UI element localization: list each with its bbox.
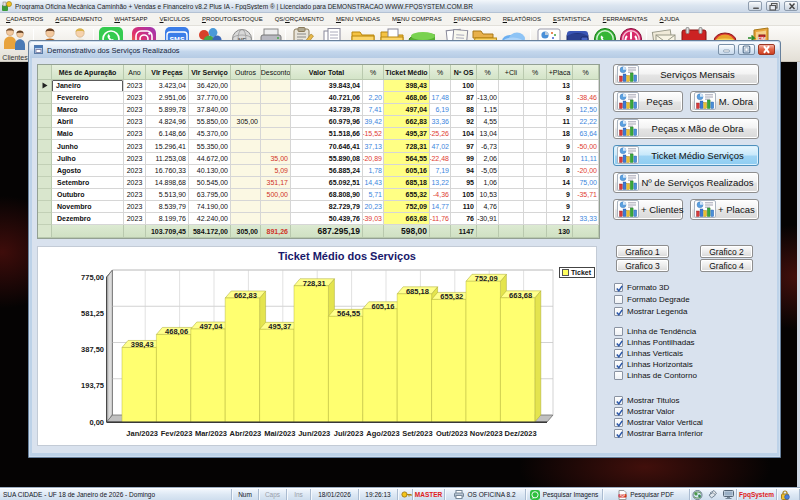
checkbox-box[interactable] (614, 396, 623, 405)
grafico-button-grafico-[interactable]: Grafico 4 (700, 259, 753, 272)
menu-item-estatistica[interactable]: ESTATISTICA (547, 16, 597, 22)
menu-item-menu-compras[interactable]: MENU COMPRAS (386, 16, 448, 22)
child-window-titlebar[interactable]: Demonstrativo dos Serviços Realizados (30, 42, 779, 58)
column-header-%[interactable]: % (524, 65, 547, 80)
checkbox-box[interactable] (614, 407, 623, 416)
table-row[interactable]: Maio20236.148,6645.370,0051.518,66-15,52… (38, 128, 599, 140)
chart-select-button-ticket-m-dio-servi-os[interactable]: Ticket Médio Serviços (613, 145, 759, 166)
checkbox-box[interactable] (614, 283, 623, 292)
checkbox-linha-de-tend-ncia[interactable]: Linha de Tendência (614, 326, 696, 336)
checkbox-mostrar-legenda[interactable]: Mostrar Legenda (614, 306, 687, 316)
checkbox-box[interactable] (614, 338, 623, 347)
menu-item-financeiro[interactable]: FINANCEIRO (448, 16, 497, 22)
column-header-%[interactable]: % (430, 65, 451, 80)
column-header-Nº OS[interactable]: Nº OS (451, 65, 477, 80)
column-header-+Cli[interactable]: +Cli (499, 65, 524, 80)
grafico-button-grafico-[interactable]: Grafico 2 (700, 245, 753, 258)
menu-item-whatsapp[interactable]: WHATSAPP (108, 16, 153, 22)
column-header-Vlr Serviço[interactable]: Vlr Serviço (189, 65, 231, 80)
checkbox-box[interactable] (614, 327, 623, 336)
table-row[interactable]: Fevereiro20232.951,0637.770,0040.721,062… (38, 92, 599, 104)
column-header-Ticket Médio[interactable]: Ticket Médio (384, 65, 430, 80)
table-cell (524, 201, 547, 213)
window-close-button[interactable] (784, 1, 798, 11)
checkbox-box[interactable] (614, 307, 623, 316)
chart-select-button-n-de-servi-os-realizados[interactable]: Nº de Serviços Realizados (613, 172, 759, 193)
table-cell: 105 (451, 189, 477, 201)
chart-select-button-pe-as[interactable]: Peças (613, 91, 683, 112)
table-row[interactable]: Agosto202316.760,3340.130,005,0956.885,2… (38, 165, 599, 177)
column-header-Ano[interactable]: Ano (124, 65, 146, 80)
monitor-icon[interactable] (723, 490, 734, 499)
checkbox-box[interactable] (614, 418, 623, 427)
checkbox-linhas-de-contorno[interactable]: Linhas de Contorno (614, 370, 697, 380)
table-row[interactable]: Junho202315.296,4155.350,0070.646,4137,1… (38, 140, 599, 152)
row-indicator (38, 165, 52, 177)
table-row[interactable]: Janeiro20233.423,0436.420,0039.843,04398… (38, 80, 599, 92)
table-row[interactable]: Dezembro20238.199,7642.240,0050.439,76-3… (38, 213, 599, 225)
checkbox-mostrar-valor-vertical[interactable]: Mostrar Valor Vertical (614, 417, 703, 427)
menu-item-ajuda[interactable]: AJUDA (654, 16, 686, 22)
window-restore-button[interactable] (766, 1, 780, 11)
table-cell: 5.513,90 (146, 189, 189, 201)
menu-item-ferramentas[interactable]: FERRAMENTAS (597, 16, 654, 22)
menu-item-relat-rios[interactable]: RELATÓRIOS (497, 16, 547, 22)
status-segment: Ins (287, 489, 311, 500)
checkbox-box[interactable] (614, 360, 623, 369)
menu-item-veiculos[interactable]: VEICULOS (154, 16, 196, 22)
toolbar-button-clientes[interactable]: Clientes (1, 27, 29, 61)
checkbox-box[interactable] (614, 371, 623, 380)
column-header-Outros[interactable]: Outros (231, 65, 261, 80)
table-row[interactable]: Julho202311.253,0844.672,0035,0055.890,0… (38, 153, 599, 165)
svg-text:Jun/2023: Jun/2023 (298, 429, 330, 438)
column-header-%[interactable]: % (477, 65, 499, 80)
table-row[interactable]: Marco20235.899,7837.840,0043.739,787,414… (38, 104, 599, 116)
table-cell: Setembro (52, 177, 124, 189)
checkbox-mostrar-valor[interactable]: Mostrar Valor (614, 406, 674, 416)
table-cell (524, 189, 547, 201)
column-header-%[interactable]: % (573, 65, 599, 80)
chart-select-button--clientes[interactable]: + Clientes (613, 199, 683, 220)
column-header-indicator[interactable] (38, 65, 52, 80)
chart-select-button-m-obra[interactable]: M. Obra (690, 91, 759, 112)
checkbox-linhas-horizontais[interactable]: Linhas Horizontais (614, 359, 693, 369)
globe-icon[interactable] (692, 490, 703, 500)
column-header-Desconto[interactable]: Desconto (261, 65, 291, 80)
grafico-button-grafico-[interactable]: Grafico 1 (616, 245, 669, 258)
checkbox-linhas-pontilhadas[interactable]: Linhas Pontilhadas (614, 337, 695, 347)
menu-item-menu-vendas[interactable]: MENU VENDAS (330, 16, 386, 22)
column-header-+Placa[interactable]: +Placa (547, 65, 573, 80)
checkbox-mostrar-titulos[interactable]: Mostrar Titulos (614, 395, 679, 405)
table-cell: -20,00 (573, 165, 599, 177)
footer-indicator (38, 225, 52, 238)
window-minimize-button[interactable] (748, 1, 762, 11)
child-close-button[interactable] (758, 44, 775, 55)
column-header-Vlr Peças[interactable]: Vlr Peças (146, 65, 189, 80)
menu-item-cadastros[interactable]: CADASTROS (0, 16, 49, 22)
column-header-Valor Total[interactable]: Valor Total (291, 65, 363, 80)
chart-select-button-servi-os-mensais[interactable]: Serviços Mensais (613, 64, 759, 85)
column-header-%[interactable]: % (363, 65, 384, 80)
child-restore-button[interactable] (738, 44, 755, 55)
table-row[interactable]: Outubro20235.513,9063.795,00500,0068.808… (38, 189, 599, 201)
chart-select-button--placas[interactable]: + Placas (690, 199, 759, 220)
menu-item-agendamento[interactable]: AGENDAMENTO (49, 16, 108, 22)
checkbox-formato-d[interactable]: Formato 3D (614, 282, 669, 292)
table-row[interactable]: Abril20234.824,9655.850,00305,0060.979,9… (38, 116, 599, 128)
checkbox-box[interactable] (614, 349, 623, 358)
table-row[interactable]: Novembro20238.539,7974.190,0082.729,7920… (38, 201, 599, 213)
chart-select-button-pe-as-x-m-o-de-obra[interactable]: Peças x Mão de Obra (613, 118, 759, 139)
menu-item-produto-estoque[interactable]: PRODUTO/ESTOQUE (196, 16, 269, 22)
checkbox-mostrar-barra-inferior[interactable]: Mostrar Barra Inferior (614, 428, 703, 438)
table-row[interactable]: Setembro202314.898,6850.545,00351,1765.0… (38, 177, 599, 189)
checkbox-linhas-verticais[interactable]: Linhas Verticais (614, 348, 683, 358)
child-minimize-button[interactable] (718, 44, 735, 55)
column-header-Mês de Apuração[interactable]: Mês de Apuração (52, 65, 124, 80)
checkbox-formato-degrade[interactable]: Formato Degrade (614, 294, 690, 304)
grafico-button-grafico-[interactable]: Grafico 3 (616, 259, 669, 272)
checkbox-box[interactable] (614, 429, 623, 438)
menu-item-qs-or-amento[interactable]: QS/ORÇAMENTO (269, 16, 330, 22)
printer2-icon[interactable] (708, 490, 718, 499)
table-cell: Novembro (52, 201, 124, 213)
checkbox-box[interactable] (614, 295, 623, 304)
